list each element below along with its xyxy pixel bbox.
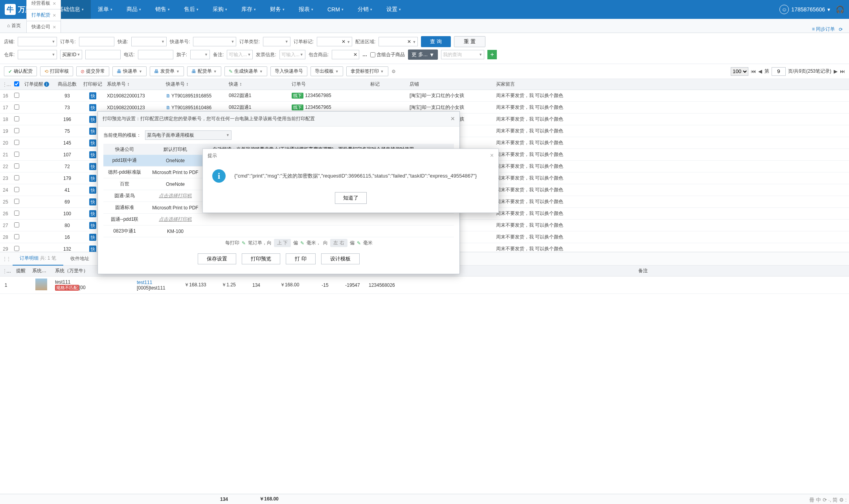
detail-row[interactable]: 1 test111 规格不匹配[00 test111 [0005]test111… (0, 277, 849, 294)
buyer-input[interactable] (85, 50, 121, 59)
user-menu[interactable]: ☺ 17858765606 ▾ (779, 5, 830, 14)
row-checkbox[interactable] (14, 128, 19, 133)
reset-button[interactable]: 重 置 (454, 36, 485, 47)
nav-6[interactable]: 库存▾ (234, 0, 263, 19)
col-remind[interactable]: 订单提醒i (22, 81, 53, 88)
nav-8[interactable]: 报表▾ (292, 0, 320, 19)
close-icon[interactable]: × (53, 24, 56, 30)
alert-ok-button[interactable]: 知道了 (335, 192, 367, 204)
page-no-input[interactable] (772, 67, 786, 76)
drag-handle-icon[interactable] (0, 256, 13, 262)
close-icon[interactable]: × (53, 0, 56, 7)
contain-select[interactable]: ✕ (332, 50, 359, 59)
home-link[interactable]: ⌂ 首页 (3, 18, 25, 33)
express-sheet-button[interactable]: 🖶快递单▼ (112, 66, 147, 76)
region-select[interactable]: ✕ ▼ (379, 37, 418, 46)
gear-icon[interactable] (391, 69, 396, 74)
col-qty[interactable]: 商品总数 (53, 81, 81, 88)
row-checkbox[interactable] (14, 152, 19, 157)
invoice-input[interactable]: 可输入...▼ (279, 50, 305, 59)
dist-sheet-button[interactable]: 🖶配货单▼ (187, 66, 221, 76)
row-checkbox[interactable] (14, 246, 19, 251)
query-button[interactable]: 查 询 (421, 36, 451, 47)
export-tmpl-button[interactable]: 导出模板▼ (311, 66, 343, 76)
flag-select[interactable]: ▼ (190, 50, 210, 59)
prev-page-icon[interactable]: ◀ (758, 68, 762, 74)
row-checkbox[interactable] (14, 163, 19, 169)
tab-order-items[interactable]: 订单明细共: 1 笔 (13, 252, 63, 266)
confirm-dist-button[interactable]: ✓确认配货 (4, 66, 37, 76)
order-no-input[interactable] (79, 37, 114, 46)
col-ordno[interactable]: 订单号 (289, 81, 368, 88)
tab[interactable]: 打单配货× (26, 9, 61, 21)
col-mark[interactable]: 标记 (368, 81, 407, 88)
row-checkbox[interactable] (14, 199, 19, 204)
table-row[interactable]: 1693快XD190822000173🗎YT90189519168550822圆… (0, 90, 849, 102)
nav-2[interactable]: 商品▾ (119, 0, 148, 19)
close-icon[interactable]: × (53, 12, 56, 18)
printer-row[interactable]: 0823中通1KM-100 (103, 225, 454, 237)
return-review-button[interactable]: ⟲打回审核 (40, 66, 73, 76)
ellipsis-icon[interactable]: … (362, 52, 367, 57)
remark-input[interactable]: 可输入...▼ (227, 50, 253, 59)
print-button[interactable]: 打 印 (286, 253, 316, 264)
row-checkbox[interactable] (14, 234, 19, 239)
express-no-input[interactable]: ▼ (193, 37, 236, 46)
select-all-checkbox[interactable] (14, 81, 19, 86)
nav-5[interactable]: 采购▾ (206, 0, 234, 19)
more-button[interactable]: 更 多...▼ (408, 49, 438, 60)
col-expno[interactable]: 快递单号 ↕ (164, 81, 226, 88)
express-select[interactable]: ▼ (131, 37, 167, 46)
myquery-select[interactable]: 我的查询▼ (441, 50, 484, 59)
row-checkbox[interactable] (14, 116, 19, 121)
row-checkbox[interactable] (14, 187, 19, 192)
order-mark-select[interactable]: ✕ ▼ (317, 37, 352, 46)
nav-7[interactable]: 财务▾ (263, 0, 292, 19)
col-msg[interactable]: 买家留言 (494, 81, 849, 88)
col-sys[interactable]: 系统单号 ↕ (105, 81, 164, 88)
row-checkbox[interactable] (14, 93, 19, 98)
warehouse-select[interactable]: ▼ (18, 50, 57, 59)
printer-row[interactable]: 圆通--pdd1联点击选择打印机 (103, 214, 454, 225)
pick-print-button[interactable]: 拿货标签打印▼ (346, 66, 388, 76)
drag-handle-icon[interactable] (0, 82, 11, 87)
col-shop[interactable]: 店铺 (407, 81, 494, 88)
add-query-button[interactable]: + (487, 50, 497, 59)
tab[interactable]: 经营看板× (26, 0, 61, 9)
row-checkbox[interactable] (14, 222, 19, 227)
nav-10[interactable]: 分销▾ (351, 0, 379, 19)
close-icon[interactable]: × (450, 115, 455, 123)
nav-11[interactable]: 设置▾ (379, 0, 408, 19)
headset-icon[interactable]: 🎧 (836, 5, 844, 14)
row-checkbox[interactable] (14, 211, 19, 216)
design-tmpl-button[interactable]: 设计模板 (321, 253, 360, 264)
nav-3[interactable]: 销售▾ (148, 0, 177, 19)
row-checkbox[interactable] (14, 104, 19, 110)
import-express-button[interactable]: 导入快递单号 (270, 66, 307, 76)
first-page-icon[interactable]: ⏮ (751, 68, 756, 74)
updown-toggle[interactable]: 上 下 (274, 239, 291, 247)
tab-address[interactable]: 收件地址 (63, 252, 96, 266)
sync-orders-link[interactable]: ≡ 同步订单 (812, 26, 835, 33)
nav-9[interactable]: CRM▾ (320, 0, 351, 19)
shop-select[interactable]: ▼ (18, 37, 57, 46)
col-pmark[interactable]: 打印标记 (81, 81, 105, 88)
order-type-select[interactable]: ▼ (263, 37, 290, 46)
save-settings-button[interactable]: 保存设置 (198, 253, 236, 264)
page-size-select[interactable]: 100 (731, 67, 748, 76)
nav-1[interactable]: 派单▾ (91, 0, 119, 19)
row-checkbox[interactable] (14, 140, 19, 145)
print-preview-button[interactable]: 打印预览 (242, 253, 280, 264)
col-exp[interactable]: 快递 ↕ (226, 81, 289, 88)
tab[interactable]: 快递公司× (26, 21, 61, 33)
refresh-icon[interactable]: ⟳ (839, 27, 843, 32)
combo-checkbox[interactable]: 含组合子商品 (370, 51, 405, 58)
ship-sheet-button[interactable]: 🖶发货单▼ (150, 66, 184, 76)
buyer-type-select[interactable]: 买家ID▼ (60, 50, 82, 59)
next-page-icon[interactable]: ▶ (834, 68, 838, 74)
row-checkbox[interactable] (14, 175, 19, 180)
nav-4[interactable]: 售后▾ (177, 0, 206, 19)
submit-exception-button[interactable]: ⊘提交异常 (76, 66, 109, 76)
phone-input[interactable] (138, 50, 173, 59)
tmpl-select[interactable]: 菜鸟电子面单通用模板▼ (145, 130, 232, 140)
